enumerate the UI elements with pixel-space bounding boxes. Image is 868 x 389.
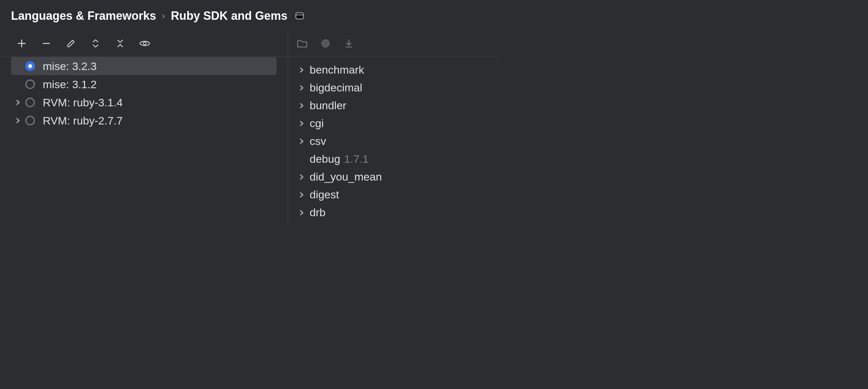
gem-item-did-you-mean[interactable]: did_you_mean: [297, 168, 499, 186]
sdk-label: RVM: ruby-2.7.7: [43, 114, 123, 127]
plus-icon[interactable]: [16, 37, 28, 50]
chevron-right-icon[interactable]: [297, 103, 306, 109]
gem-item-cgi[interactable]: cgi: [297, 114, 499, 132]
eye-icon[interactable]: [138, 37, 151, 50]
radio-unselected[interactable]: [25, 79, 35, 89]
minus-icon[interactable]: [40, 37, 53, 50]
sdk-item-rvm-2-7-7[interactable]: RVM: ruby-2.7.7: [11, 112, 277, 130]
pencil-icon[interactable]: [65, 37, 77, 50]
gem-list: benchmark bigdecimal bundler cgi csv: [288, 56, 499, 225]
gem-item-drb[interactable]: drb: [297, 203, 499, 221]
chevron-right-icon[interactable]: [297, 85, 306, 91]
gem-item-bigdecimal[interactable]: bigdecimal: [297, 79, 499, 96]
chevron-right-icon[interactable]: [297, 174, 306, 180]
chevron-right-icon[interactable]: [13, 100, 23, 105]
sdk-label: RVM: ruby-3.1.4: [43, 96, 123, 109]
folder-icon[interactable]: [296, 37, 308, 50]
gem-item-digest[interactable]: digest: [297, 186, 499, 203]
breadcrumb-parent[interactable]: Languages & Frameworks: [11, 9, 156, 23]
gem-label: csv: [310, 135, 326, 147]
chevron-right-icon[interactable]: [297, 210, 306, 216]
chevron-right-icon[interactable]: [297, 67, 306, 73]
window-icon[interactable]: [296, 12, 304, 20]
sdk-list: mise: 3.2.3 mise: 3.1.2 RVM: ruby-3.1.4: [0, 56, 288, 130]
gem-item-debug[interactable]: debug 1.7.1: [297, 150, 499, 168]
chevron-right-icon[interactable]: [297, 192, 306, 198]
circle-icon[interactable]: [319, 37, 332, 50]
gem-item-benchmark[interactable]: benchmark: [297, 61, 499, 79]
chevron-right-icon: ›: [162, 11, 165, 21]
gem-label: benchmark: [310, 63, 364, 76]
chevron-right-icon[interactable]: [13, 118, 23, 123]
gems-pane: benchmark bigdecimal bundler cgi csv: [288, 30, 499, 225]
gem-label: cgi: [310, 117, 323, 130]
collapse-vertical-icon[interactable]: [114, 37, 126, 50]
gem-label: digest: [310, 188, 339, 201]
sdk-item-rvm-3-1-4[interactable]: RVM: ruby-3.1.4: [11, 93, 277, 112]
sdk-toolbar: [0, 30, 288, 56]
gem-label: bigdecimal: [310, 81, 363, 94]
chevron-right-icon[interactable]: [297, 120, 306, 127]
gem-version: 1.7.1: [344, 153, 369, 165]
radio-unselected[interactable]: [25, 116, 35, 126]
radio-selected[interactable]: [25, 61, 35, 71]
chevron-right-icon[interactable]: [297, 138, 306, 144]
download-icon[interactable]: [343, 37, 355, 50]
sdk-item-mise-3-2-3[interactable]: mise: 3.2.3: [11, 57, 277, 75]
gems-toolbar: [288, 30, 499, 56]
expand-vertical-icon[interactable]: [89, 37, 102, 50]
gem-label: bundler: [310, 99, 346, 112]
gem-item-bundler[interactable]: bundler: [297, 96, 499, 114]
gem-label: did_you_mean: [310, 170, 382, 183]
svg-rect-0: [296, 13, 303, 19]
gem-label: drb: [310, 206, 326, 219]
sdk-label: mise: 3.1.2: [43, 78, 96, 91]
gem-item-csv[interactable]: csv: [297, 132, 499, 150]
radio-unselected[interactable]: [25, 98, 35, 107]
svg-point-5: [144, 42, 146, 45]
sdk-label: mise: 3.2.3: [43, 60, 96, 73]
svg-point-6: [321, 39, 330, 47]
gem-label: debug: [310, 153, 340, 165]
breadcrumb-current: Ruby SDK and Gems: [171, 9, 287, 23]
sdk-pane: mise: 3.2.3 mise: 3.1.2 RVM: ruby-3.1.4: [0, 30, 288, 225]
breadcrumb: Languages & Frameworks › Ruby SDK and Ge…: [0, 0, 499, 30]
sdk-item-mise-3-1-2[interactable]: mise: 3.1.2: [11, 75, 277, 93]
